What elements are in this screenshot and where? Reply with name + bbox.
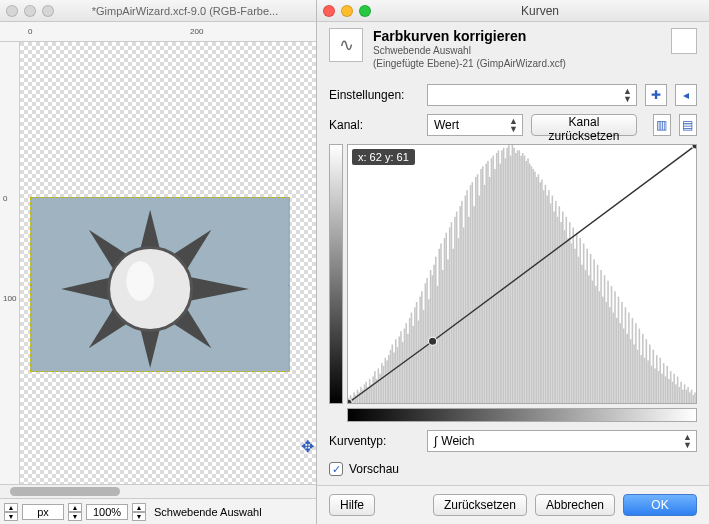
unit-stepper[interactable]: ▲▼	[4, 503, 18, 521]
statusbar: ▲▼ px ▲▼ 100% ▲▼ Schwebende Auswahl	[0, 498, 316, 524]
svg-rect-198	[642, 334, 644, 403]
svg-rect-74	[426, 278, 428, 403]
presets-combo[interactable]: ▲▼	[427, 84, 637, 106]
svg-rect-112	[492, 156, 494, 403]
reset-button[interactable]: Zurücksetzen	[433, 494, 527, 516]
svg-rect-136	[534, 172, 536, 403]
histogram-linear-button[interactable]: ▥	[653, 114, 671, 136]
preset-thumbnail[interactable]	[671, 28, 697, 54]
ok-button[interactable]: OK	[623, 494, 697, 516]
svg-rect-228	[694, 392, 696, 403]
zoom-stepper2[interactable]: ▲▼	[132, 503, 146, 521]
svg-rect-78	[433, 265, 435, 403]
dialog-titlebar[interactable]: Kurven	[317, 0, 709, 22]
svg-rect-96	[465, 196, 467, 403]
dialog-title: Kurven	[377, 4, 703, 18]
svg-rect-86	[447, 259, 449, 403]
channel-combo[interactable]: Wert ▲▼	[427, 114, 523, 136]
plus-icon: ✚	[651, 88, 661, 102]
chevron-updown-icon: ▲▼	[509, 117, 518, 133]
svg-rect-181	[612, 313, 614, 403]
status-text: Schwebende Auswahl	[154, 506, 262, 518]
minimize-icon[interactable]	[24, 5, 36, 17]
histogram-log-button[interactable]: ▤	[679, 114, 697, 136]
svg-point-10	[126, 261, 154, 301]
svg-rect-184	[618, 297, 620, 403]
svg-rect-110	[489, 177, 491, 403]
svg-rect-107	[484, 185, 486, 403]
svg-rect-221	[682, 390, 684, 403]
move-icon[interactable]: ✥	[301, 437, 314, 456]
svg-rect-61	[404, 329, 406, 403]
svg-rect-209	[661, 374, 663, 403]
svg-rect-82	[440, 243, 442, 403]
close-icon[interactable]	[323, 5, 335, 17]
canvas-area[interactable]: ✥	[20, 42, 316, 484]
svg-rect-227	[693, 395, 695, 403]
preset-menu-button[interactable]: ◂	[675, 84, 697, 106]
curvetype-combo[interactable]: ∫ Weich ▲▼	[427, 430, 697, 452]
svg-rect-71	[421, 291, 423, 403]
help-button[interactable]: Hilfe	[329, 494, 375, 516]
add-preset-button[interactable]: ✚	[645, 84, 667, 106]
svg-rect-177	[606, 302, 608, 403]
svg-rect-156	[569, 222, 571, 403]
svg-rect-179	[609, 307, 611, 403]
svg-rect-47	[379, 374, 381, 403]
svg-rect-60	[402, 342, 404, 403]
svg-rect-117	[501, 150, 503, 403]
svg-rect-102	[475, 177, 477, 403]
scrollbar-thumb[interactable]	[10, 487, 120, 496]
svg-rect-64	[409, 318, 411, 403]
dialog-header: ∿ Farbkurven korrigieren Schwebende Ausw…	[317, 22, 709, 80]
svg-rect-97	[466, 190, 468, 403]
svg-rect-79	[435, 257, 437, 403]
svg-rect-120	[506, 148, 508, 403]
svg-rect-100	[472, 182, 474, 403]
cancel-button[interactable]: Abbrechen	[535, 494, 615, 516]
svg-rect-151	[560, 222, 562, 403]
dialog-subtitle: Schwebende Auswahl	[373, 44, 566, 57]
svg-rect-171	[595, 286, 597, 403]
close-icon[interactable]	[6, 5, 18, 17]
svg-rect-123	[512, 145, 514, 403]
zoom-icon[interactable]	[42, 5, 54, 17]
svg-rect-192	[632, 318, 634, 403]
curvetype-label: Kurventyp:	[329, 434, 419, 448]
curvetype-value: Weich	[441, 434, 474, 448]
minimize-icon[interactable]	[341, 5, 353, 17]
svg-rect-180	[611, 286, 613, 403]
ruler-horizontal[interactable]: 0 200	[0, 22, 316, 42]
gradient-vertical	[329, 144, 343, 404]
svg-rect-38	[364, 384, 366, 403]
unit-field[interactable]: px	[22, 504, 64, 520]
svg-rect-178	[607, 281, 609, 403]
svg-rect-168	[590, 254, 592, 403]
preview-checkbox[interactable]: ✓ Vorschau	[317, 456, 709, 482]
svg-rect-210	[663, 363, 665, 403]
svg-rect-212	[666, 366, 668, 403]
svg-rect-103	[477, 174, 479, 403]
svg-rect-167	[588, 275, 590, 403]
zoom-stepper[interactable]: ▲▼	[68, 503, 82, 521]
curvetype-row: Kurventyp: ∫ Weich ▲▼	[317, 426, 709, 456]
svg-rect-217	[675, 384, 677, 403]
curve-canvas[interactable]: x: 62 y: 61	[347, 144, 697, 404]
svg-rect-137	[536, 177, 538, 403]
scrollbar-horizontal[interactable]	[0, 484, 316, 498]
channel-value: Wert	[434, 118, 459, 132]
svg-rect-164	[583, 243, 585, 403]
reset-channel-button[interactable]: Kanal zurücksetzen	[531, 114, 637, 136]
traffic-lights	[6, 5, 54, 17]
svg-rect-134	[531, 166, 533, 403]
zoom-field[interactable]: 100%	[86, 504, 128, 520]
zoom-icon[interactable]	[359, 5, 371, 17]
ruler-vertical[interactable]: 0 100	[0, 42, 20, 484]
floating-selection[interactable]	[30, 197, 290, 372]
channel-row: Kanal: Wert ▲▼ Kanal zurücksetzen ▥ ▤	[317, 110, 709, 140]
svg-rect-69	[418, 321, 420, 403]
svg-rect-75	[428, 299, 430, 403]
doc-titlebar[interactable]: *GimpAirWizard.xcf-9.0 (RGB-Farbe...	[0, 0, 316, 22]
svg-rect-213	[668, 379, 670, 403]
svg-rect-87	[449, 227, 451, 403]
